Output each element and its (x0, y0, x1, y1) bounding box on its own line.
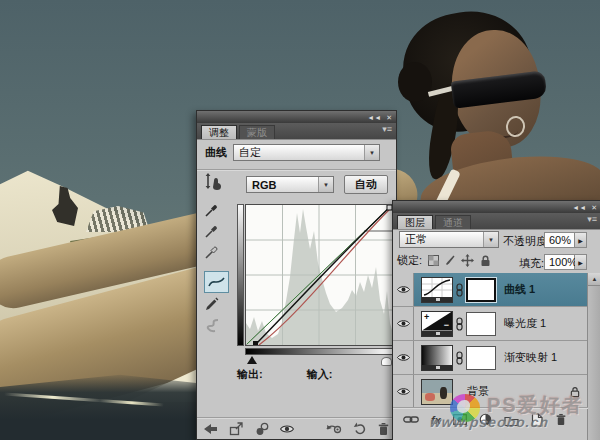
opacity-spinner-icon[interactable]: ▶ (575, 232, 587, 248)
dropdown-arrow-icon[interactable]: ▼ (483, 232, 498, 247)
dropdown-arrow-icon[interactable]: ▼ (364, 145, 379, 160)
curve-grid[interactable] (245, 204, 393, 346)
thumbnail-slider (422, 297, 452, 302)
tab-layers[interactable]: 图层 (397, 215, 433, 229)
layer-mask-thumbnail[interactable] (466, 346, 496, 370)
fill-spinner-icon[interactable]: ▶ (575, 254, 587, 270)
white-point-eyedropper-icon[interactable] (205, 245, 219, 259)
thumbnail-slider (422, 365, 452, 370)
eye-icon (397, 387, 410, 396)
blend-mode-dropdown[interactable]: 正常 ▼ (399, 231, 499, 248)
eye-icon (397, 353, 410, 362)
return-to-adjustment-list-icon[interactable] (203, 423, 218, 435)
panel-menu-icon[interactable]: ▾≡ (382, 125, 392, 134)
output-label: 输出: (237, 367, 263, 382)
watermark-url: www.pseobo.cn (429, 414, 550, 430)
dropdown-arrow-icon[interactable]: ▼ (318, 177, 333, 192)
switch-panel-view-icon[interactable] (229, 422, 244, 436)
fill-value[interactable]: 100% (544, 254, 575, 270)
eye-icon (397, 285, 410, 294)
lock-all-icon[interactable] (480, 255, 491, 267)
adjustments-bottom-bar (197, 417, 396, 439)
visibility-toggle[interactable] (393, 273, 414, 306)
adjustments-tabs: 调整 蒙版 ▾≡ (197, 123, 396, 140)
pencil-tool-icon[interactable] (205, 297, 219, 311)
clip-to-layer-icon[interactable] (255, 422, 269, 436)
layer-list: 曲线 1 +− 曝光度 1 (393, 273, 588, 409)
auto-button[interactable]: 自动 (344, 175, 388, 194)
layer-visibility-icon[interactable] (280, 424, 294, 434)
visibility-toggle[interactable] (393, 375, 414, 408)
visibility-toggle[interactable] (393, 341, 414, 374)
input-gradient-bar (245, 348, 393, 355)
lock-paint-icon[interactable] (445, 255, 455, 267)
layer-row-exposure[interactable]: +− 曝光度 1 (393, 307, 588, 341)
black-point-slider[interactable] (247, 356, 257, 364)
curves-type-label: 曲线 (205, 145, 227, 160)
channel-dropdown[interactable]: RGB ▼ (246, 176, 334, 193)
layer-name[interactable]: 曲线 1 (504, 282, 535, 297)
collapse-panel-icon[interactable]: ◄◄ (367, 114, 381, 121)
lock-position-icon[interactable] (461, 254, 474, 267)
exposure-layer-thumbnail[interactable]: +− (421, 311, 453, 337)
blend-mode-value: 正常 (405, 232, 427, 247)
lock-transparency-icon[interactable] (428, 255, 439, 266)
separator (197, 169, 396, 170)
view-previous-state-icon[interactable] (326, 423, 342, 434)
close-panel-icon[interactable]: ✕ (386, 114, 392, 121)
background-layer-thumbnail[interactable] (421, 379, 453, 405)
adjustments-titlebar: ◄◄ ✕ (197, 111, 396, 123)
smooth-curve-icon (205, 319, 221, 333)
layers-scrollbar[interactable]: ▲ (587, 273, 600, 440)
white-point-slider[interactable] (381, 357, 392, 366)
mask-link-icon[interactable] (453, 283, 466, 297)
gradient-map-layer-thumbnail[interactable] (421, 345, 453, 371)
curves-layer-thumbnail[interactable] (421, 277, 453, 303)
photo-hair-bun (398, 62, 432, 102)
collapse-panel-icon[interactable]: ◄◄ (572, 204, 586, 211)
tab-adjustments[interactable]: 调整 (201, 125, 237, 139)
black-point-eyedropper-icon[interactable] (205, 203, 219, 217)
photoshop-workspace: ◄◄ ✕ 调整 蒙版 ▾≡ 曲线 自定 ▼ (0, 0, 600, 440)
edit-points-tool-selected[interactable] (204, 271, 229, 293)
panel-menu-icon[interactable]: ▾≡ (587, 215, 597, 224)
layer-row-curves[interactable]: 曲线 1 (393, 273, 588, 307)
reset-adjustment-icon[interactable] (353, 422, 366, 435)
mask-link-icon[interactable] (453, 351, 466, 365)
layers-tabs: 图层 通道 ▾≡ (393, 213, 600, 230)
input-label: 输入: (307, 367, 333, 382)
layers-titlebar: ◄◄ ✕ (393, 201, 600, 213)
layer-mask-thumbnail[interactable] (466, 312, 496, 336)
link-layers-icon[interactable] (403, 415, 419, 424)
close-panel-icon[interactable]: ✕ (591, 204, 597, 211)
tab-masks[interactable]: 蒙版 (239, 125, 275, 139)
curves-preset-value: 自定 (239, 145, 261, 160)
visibility-toggle[interactable] (393, 307, 414, 340)
targeted-adjustment-icon[interactable] (205, 173, 222, 191)
layer-name[interactable]: 曝光度 1 (504, 316, 546, 331)
layer-row-gradient-map[interactable]: 渐变映射 1 (393, 341, 588, 375)
channel-value: RGB (252, 179, 276, 191)
layer-mask-thumbnail[interactable] (466, 278, 496, 302)
lock-label: 锁定: (397, 253, 422, 268)
mask-link-icon[interactable] (453, 317, 466, 331)
adjustments-panel: ◄◄ ✕ 调整 蒙版 ▾≡ 曲线 自定 ▼ (196, 110, 397, 440)
opacity-value[interactable]: 60% (544, 232, 575, 248)
gray-point-eyedropper-icon[interactable] (205, 224, 219, 238)
thumbnail-slider (422, 331, 452, 336)
opacity-label: 不透明度: (503, 234, 550, 249)
layer-name[interactable]: 渐变映射 1 (504, 350, 557, 365)
output-gradient-bar (237, 204, 244, 346)
scroll-up-icon[interactable]: ▲ (588, 273, 600, 286)
curves-preset-dropdown[interactable]: 自定 ▼ (233, 144, 380, 161)
delete-adjustment-icon[interactable] (377, 422, 390, 436)
tab-channels[interactable]: 通道 (435, 215, 471, 229)
fill-label: 填充: (519, 256, 544, 271)
eye-icon (397, 319, 410, 328)
